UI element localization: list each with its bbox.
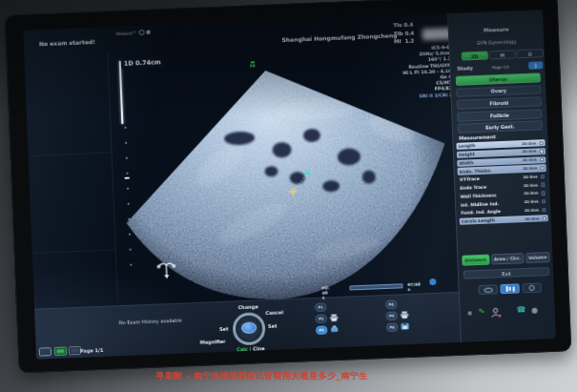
measurement-header: Measurement [459, 134, 496, 141]
measurement-tag: 2D Dist. [525, 217, 540, 221]
depth-scale [122, 127, 133, 266]
exit-button[interactable]: Exit [464, 267, 549, 279]
measurement-name: Width [459, 160, 473, 166]
measurement-name: UT-Trace [460, 176, 480, 182]
checkbox[interactable] [540, 157, 545, 162]
volume-button[interactable]: Volume [525, 252, 550, 263]
tab-m[interactable]: M [489, 50, 516, 59]
p1-button[interactable]: P1 [315, 302, 326, 311]
study-item-fibroid[interactable]: Fibroid [457, 96, 542, 109]
measurement-name: Fund. Ind. Angle [461, 210, 501, 217]
measurement-name: Cervix Length [462, 218, 495, 224]
floppy-save-icon [401, 322, 409, 330]
printer-icon [330, 314, 339, 321]
tab-2d[interactable]: 2D [462, 51, 488, 60]
ellipse-mode-button[interactable] [478, 284, 497, 295]
trackball-calc-cine-label: Calc | Cine [229, 345, 273, 353]
measurement-result-label: 1D 0.74cm [121, 57, 164, 69]
measurement-name: Int. Midline Ind. [461, 201, 499, 208]
measurement-name: Length [458, 143, 475, 149]
status-circle-icon[interactable] [531, 308, 537, 314]
measurement-list: Length2D Dist. Height2D Dist. Width2D Di… [453, 139, 550, 227]
tab-d[interactable]: D [517, 49, 544, 58]
study-item-follicle[interactable]: Follicle [457, 109, 542, 121]
study-list: Uterus Ovary Fibroid Follicle Early Gest… [451, 72, 547, 136]
layout-dual-icon[interactable] [53, 346, 66, 356]
measurement-tag: 2D Dist. [522, 141, 537, 146]
measurement-name: Wall Thickness [461, 193, 497, 199]
cine-left-label: P2: 48 s [321, 285, 329, 299]
measurement-name: Height [459, 152, 475, 157]
trackball-magnifier-label: Magnifier [200, 339, 226, 345]
measurement-tag: 2D Dist. [523, 175, 538, 179]
calc-cine-separator: | [250, 346, 252, 352]
measurement-tag: 2D Dist. [524, 192, 539, 196]
chart-mode-button[interactable] [500, 283, 519, 294]
printer-icon [400, 311, 408, 319]
distance-button[interactable]: Distance [462, 255, 489, 266]
study-row: Study Page 1/3 ❯ [457, 61, 543, 72]
layout-single-icon[interactable] [39, 347, 52, 357]
calc-label: Calc [237, 346, 248, 352]
small-tool-icon[interactable] [468, 311, 472, 315]
checkbox[interactable] [541, 183, 546, 188]
bar-chart-icon [505, 286, 514, 292]
cine-label: Cine [253, 345, 265, 351]
add-patient-icon[interactable] [490, 307, 502, 319]
measurement-tag: 2D Dist. [523, 158, 538, 163]
checkbox[interactable] [541, 191, 546, 196]
panel-category: GYN Gynecology [449, 37, 544, 47]
page-indicator: Page 1/1 [80, 347, 104, 354]
measurement-name: Endo. Thickn. [460, 168, 492, 174]
orientation-marker: E8 [250, 61, 256, 69]
orientation-marker-label: E8 [250, 63, 256, 68]
trackball-topright-label: Cancel [265, 309, 283, 316]
measurement-tag: 2D Dist. [524, 200, 539, 205]
tool-buttons: Distance Area / Circ. Volume [462, 252, 549, 266]
layout-switcher [39, 346, 81, 357]
measurement-tag: 2D Dist. [522, 150, 537, 155]
uterus-bodymark-icon [157, 263, 175, 279]
ultrasound-screen: No exam started! Voluson™ Shanghai Hongm… [23, 10, 555, 360]
p6-button[interactable]: P6 [386, 323, 398, 332]
measurement-tag: 2D Dist. [523, 166, 538, 171]
trackball-left-label: Set [219, 326, 229, 332]
circle-icon [528, 285, 534, 291]
checkbox[interactable] [539, 141, 544, 146]
circle-mode-button[interactable] [522, 282, 541, 293]
study-label: Study [457, 65, 473, 72]
ellipse-icon [484, 287, 492, 292]
monitor-bezel: No exam started! Voluson™ Shanghai Hongm… [5, 0, 572, 373]
p2-button[interactable]: P2 [316, 314, 327, 322]
panel-title: Measure [449, 25, 544, 34]
usb-save-icon [330, 325, 339, 333]
panel-icon-row: ✎ ☎ [460, 304, 554, 321]
checkbox[interactable] [539, 150, 544, 155]
study-page: Page 1/3 [473, 63, 529, 70]
measure-panel: Measure GYN Gynecology 2D M D Study Page… [447, 10, 556, 342]
display-toggle-row [478, 282, 541, 295]
checkbox[interactable] [540, 166, 545, 171]
p5-button[interactable]: P5 [386, 312, 398, 320]
chevron-right-icon: ❯ [534, 63, 538, 68]
video-watermark: 寻刷耐 - 南宁生殖医院做试管费用大概是多少_南宁生 [155, 370, 368, 382]
phone-icon[interactable]: ☎ [516, 305, 525, 314]
measurement-tag: 2D Dist. [525, 208, 540, 213]
study-next-page-button[interactable]: ❯ [528, 61, 543, 70]
study-item-uterus[interactable]: Uterus [456, 72, 541, 85]
measurement-name: Endo Trace [460, 185, 486, 191]
area-circ-button[interactable]: Area / Circ. [491, 253, 525, 264]
checkbox[interactable] [542, 199, 546, 204]
checkbox[interactable] [542, 217, 546, 221]
cine-right-label: 97/48 s [407, 282, 421, 293]
study-item-ovary[interactable]: Ovary [456, 85, 541, 97]
checkbox[interactable] [542, 208, 546, 213]
measurement-tag: 2D Dist. [524, 183, 539, 188]
p3-button[interactable]: P3 [316, 325, 327, 334]
pencil-icon[interactable]: ✎ [478, 306, 485, 316]
trackball-right-label: Set [268, 323, 278, 329]
study-item-early-gest[interactable]: Early Gest. [458, 121, 543, 134]
photo-background: No exam started! Voluson™ Shanghai Hongm… [0, 0, 577, 392]
checkbox[interactable] [540, 175, 545, 179]
p4-button[interactable]: P4 [385, 300, 397, 309]
